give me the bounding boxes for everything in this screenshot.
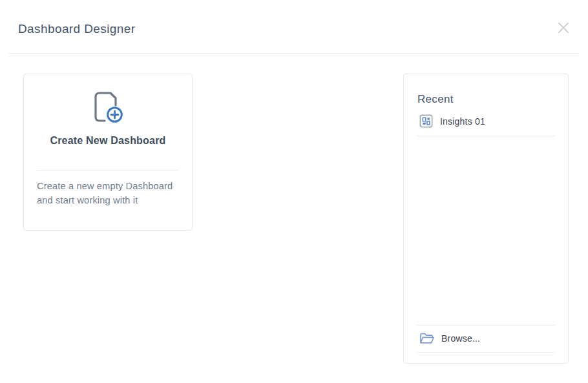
recent-item[interactable]: Insights 01 <box>417 109 555 136</box>
browse-label: Browse... <box>441 333 480 344</box>
dialog-title: Dashboard Designer <box>18 22 135 36</box>
dashboard-tiles-icon <box>419 114 433 128</box>
recent-item-label: Insights 01 <box>440 116 485 127</box>
create-card-description: Create a new empty Dashboard and start w… <box>37 179 178 207</box>
create-new-dashboard-card[interactable]: Create New Dashboard Create a new empty … <box>23 74 193 231</box>
recent-list: Insights 01 <box>417 109 555 136</box>
browse-button[interactable]: Browse... <box>417 325 555 353</box>
open-folder-icon <box>419 332 434 345</box>
create-card-title: Create New Dashboard <box>24 135 192 147</box>
close-button[interactable] <box>554 19 572 37</box>
header-divider <box>9 53 579 54</box>
recent-panel-title: Recent <box>417 93 555 106</box>
document-add-icon <box>24 90 192 124</box>
recent-panel: Recent Insights 01 Browse... <box>403 74 569 364</box>
close-icon <box>556 21 571 35</box>
panel-spacer <box>404 136 568 325</box>
create-card-divider <box>37 170 179 171</box>
panel-bottom-section: Browse... <box>417 325 555 353</box>
